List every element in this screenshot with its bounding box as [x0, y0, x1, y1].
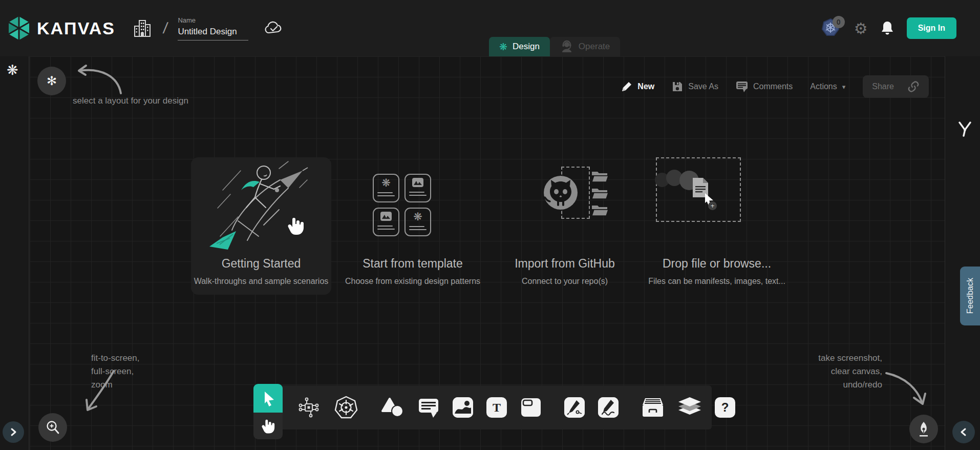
- folder-icon: [591, 203, 609, 217]
- image-icon: [412, 177, 424, 188]
- template-tile-spiral: ❋: [404, 208, 431, 236]
- validator-y-icon[interactable]: [955, 120, 974, 138]
- comments-button[interactable]: Comments: [736, 81, 793, 92]
- layout-hint-text: select a layout for your design: [73, 94, 188, 108]
- chevron-left-icon: [958, 427, 969, 437]
- canvas-toolbar: New Save As: [621, 75, 929, 98]
- content-tools-group: T: [370, 385, 553, 429]
- new-label: New: [637, 82, 654, 91]
- main-area: ❋ Feedback: [0, 56, 980, 450]
- header-actions: 0 ⚙ Sign In: [821, 0, 956, 56]
- magnifier-plus-icon: [45, 420, 60, 435]
- feedback-tab[interactable]: Feedback: [960, 267, 980, 325]
- sign-in-button[interactable]: Sign In: [907, 17, 956, 39]
- actions-label: Actions: [810, 82, 837, 91]
- settings-gear-icon[interactable]: ⚙: [854, 19, 868, 37]
- save-as-label: Save As: [688, 82, 718, 91]
- credits-badge: 0: [833, 16, 845, 28]
- screenshot-hint-text: take screenshot, clear canvas, undo/redo: [818, 352, 882, 392]
- card-subtitle: Files can be manifests, images, text...: [648, 277, 785, 286]
- shapes-icon: [381, 397, 404, 418]
- breadcrumb-divider: /: [162, 19, 169, 37]
- design-name-input[interactable]: [178, 26, 248, 40]
- annotation-pen-button[interactable]: [909, 415, 938, 443]
- select-tool[interactable]: [253, 384, 283, 413]
- layers-tool[interactable]: [678, 396, 701, 419]
- logo-cluster: KAΠVAS / Name: [6, 0, 284, 56]
- feedback-label: Feedback: [966, 278, 975, 314]
- tab-operate[interactable]: Operate: [550, 37, 620, 56]
- select-layout-button[interactable]: ✻: [37, 67, 66, 95]
- credits-indicator[interactable]: 0: [821, 18, 842, 38]
- kanvas-logo-icon[interactable]: [6, 15, 32, 41]
- note-tool[interactable]: [520, 397, 542, 418]
- image-icon: [380, 211, 392, 221]
- comments-icon: [736, 81, 748, 92]
- pencil-scribble-icon: [598, 397, 619, 418]
- design-name-field: Name: [178, 16, 248, 40]
- expand-right-panel-button[interactable]: [952, 421, 975, 443]
- draw-tools-group: [553, 385, 630, 429]
- notifications-bell-icon[interactable]: [880, 20, 894, 36]
- import-from-github-card[interactable]: Import from GitHub Connect to your repo(…: [495, 157, 635, 295]
- card-subtitle: Choose from existing design patterns: [345, 277, 480, 286]
- archive-tool[interactable]: [641, 397, 665, 418]
- share-label: Share: [872, 82, 894, 91]
- card-title: Import from GitHub: [515, 257, 615, 271]
- kubernetes-helm-icon: [334, 395, 358, 420]
- template-tile-grid: ❋: [373, 174, 431, 236]
- caret-down-icon: ▾: [842, 83, 846, 91]
- tab-operate-label: Operate: [579, 42, 610, 52]
- kanvas-app: KAΠVAS / Name: [0, 0, 980, 450]
- organize-tools-group: ?: [630, 385, 747, 429]
- sidebar-spiral-icon[interactable]: ❋: [7, 64, 18, 77]
- node-graph-icon: [297, 396, 321, 419]
- node-graph-tool[interactable]: [297, 396, 321, 419]
- tab-design-label: Design: [513, 42, 540, 52]
- new-button[interactable]: New: [621, 81, 654, 92]
- pencil-draw-tool[interactable]: [598, 397, 619, 418]
- hand-cursor-icon: [287, 215, 305, 236]
- card-title: Drop file or browse...: [663, 257, 771, 271]
- text-tool[interactable]: T: [486, 397, 507, 418]
- drop-file-illustration: +: [647, 157, 787, 256]
- spiral-icon: ❋: [413, 211, 422, 222]
- zoom-controls-button[interactable]: [38, 413, 67, 442]
- hand-tool[interactable]: [253, 413, 283, 439]
- shapes-tool[interactable]: [381, 397, 404, 418]
- plus-badge-icon: +: [708, 201, 717, 210]
- hint-line: undo/redo: [818, 378, 882, 392]
- design-canvas[interactable]: ✻ select a layout for your design New: [30, 56, 945, 450]
- save-floppy-icon: [672, 81, 683, 92]
- expand-left-panel-button[interactable]: [3, 421, 24, 443]
- save-as-button[interactable]: Save As: [672, 81, 718, 92]
- cursor-arrow-icon: [261, 390, 276, 406]
- comments-label: Comments: [753, 82, 793, 91]
- note-window-icon: [520, 397, 542, 418]
- chevron-right-icon: [8, 427, 18, 437]
- card-subtitle: Walk-throughs and sample scenarios: [194, 277, 329, 286]
- comment-box-icon: [418, 397, 439, 418]
- drawer-icon: [641, 397, 665, 418]
- kubernetes-tool[interactable]: [334, 395, 358, 420]
- template-tiles: ❋: [343, 157, 483, 256]
- building-icon[interactable]: [133, 18, 152, 38]
- getting-started-card[interactable]: Getting Started Walk-throughs and sample…: [191, 157, 331, 295]
- left-sidebar: ❋: [0, 56, 29, 450]
- tab-design[interactable]: ❋ Design: [489, 37, 550, 56]
- folder-icon: [591, 187, 609, 200]
- template-tile-image: [373, 208, 399, 236]
- drop-file-card[interactable]: + Drop file or browse... Files can be ma…: [647, 157, 787, 295]
- image-tool[interactable]: [453, 397, 473, 418]
- mode-tabs: ❋ Design Operate: [489, 37, 620, 56]
- github-octocat-icon: [543, 175, 579, 212]
- start-from-template-card[interactable]: ❋: [343, 157, 483, 295]
- help-tool[interactable]: ?: [715, 397, 735, 418]
- share-button[interactable]: Share: [863, 75, 929, 98]
- tool-palette: T: [255, 385, 712, 429]
- card-title: Getting Started: [222, 257, 301, 271]
- comment-tool[interactable]: [418, 397, 439, 418]
- actions-dropdown[interactable]: Actions ▾: [810, 82, 845, 91]
- pen-path-tool[interactable]: [564, 397, 585, 418]
- layout-flower-icon: ✻: [47, 74, 57, 88]
